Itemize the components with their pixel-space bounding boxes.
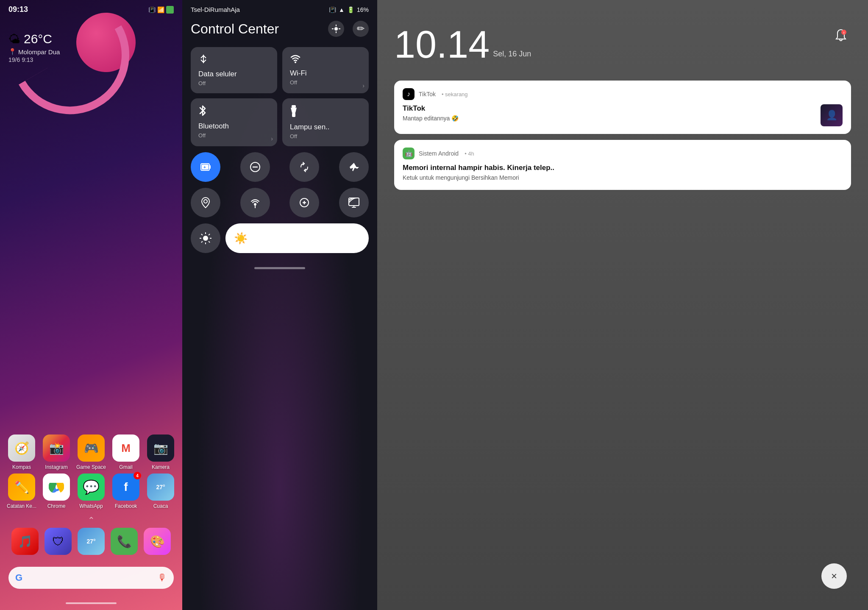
app-icon-cuaca: 27° (147, 474, 174, 501)
notif-card-tiktok-header: ♪ TikTok • sekarang (403, 88, 843, 100)
cc-signal-icon: ▲ (339, 6, 345, 13)
home-screen: 09:13 📳 📶 🌤 26°C 📍 Molompar Dua 19/6 9:1… (0, 0, 182, 610)
app-icon-gamespace: 🎮 (78, 435, 105, 462)
app-label-whatsapp: WhatsApp (79, 503, 103, 509)
tiktok-app-name: TikTok (419, 91, 436, 97)
control-center-panel: Tsel-DiRumahAja 📳 ▲ 🔋 16% Control Center (182, 0, 377, 610)
tiktok-time-ago: • sekarang (442, 91, 468, 97)
cc-btn-airplane[interactable] (339, 152, 369, 182)
home-time: 09:13 (8, 5, 28, 14)
cc-content: Control Center ✏ (182, 17, 377, 275)
app-label-notes: Catatan Ke... (7, 503, 36, 509)
cc-edit-icon[interactable]: ✏ (353, 21, 369, 37)
cc-quick-row-2 (191, 188, 369, 217)
data-seluler-status: Off (198, 80, 270, 86)
tiktok-thumb-image: 👤 (821, 104, 843, 126)
app-label-instagram: Instagram (45, 464, 67, 470)
cc-btn-cast[interactable] (339, 188, 369, 217)
cc-brightness-sun-icon: ☀️ (234, 232, 248, 245)
cc-brightness-slider[interactable]: ☀️ (225, 223, 369, 253)
tiktok-notif-title: TikTok (403, 104, 459, 113)
cc-battery-pct: 16% (357, 6, 369, 13)
svg-rect-12 (209, 165, 211, 169)
app-icon-facebook: f 4 (112, 474, 139, 501)
app-icon-notes: ✏️ (8, 474, 35, 501)
app-kamera[interactable]: 📷 Kamera (144, 435, 178, 470)
cc-btn-battery-saver[interactable]: + (191, 152, 220, 182)
svg-rect-9 (292, 105, 296, 108)
cc-toggle-flashlight[interactable]: Lampu sen.. Off (282, 98, 369, 146)
cc-toggle-data[interactable]: Data seluler Off (191, 47, 277, 93)
home-status-icons: 📳 📶 (148, 6, 174, 14)
weather-temp-row: 🌤 26°C (8, 32, 60, 46)
google-g-icon: G (15, 572, 22, 583)
notif-card-android[interactable]: 🤖 Sistem Android • 4h Memori internal ha… (394, 140, 851, 190)
home-indicator (66, 602, 117, 604)
svg-point-3 (334, 27, 338, 31)
dock-keepsafe[interactable]: 🛡 (45, 528, 72, 555)
dock-phone[interactable]: 📞 (111, 528, 138, 555)
cc-toggle-bluetooth[interactable]: Bluetooth Off › (191, 98, 277, 146)
notif-date: Sel, 16 Jun (493, 50, 531, 64)
dock-music[interactable]: 🎵 (11, 528, 39, 555)
notif-bell-button[interactable]: ! (831, 25, 851, 46)
cc-toggle-wifi[interactable]: Wi-Fi Off › (282, 47, 369, 93)
home-search-bar[interactable]: G 🎙 (8, 567, 174, 589)
google-mic-icon[interactable]: 🎙 (158, 572, 167, 583)
cc-carrier: Tsel-DiRumahAja (191, 6, 240, 13)
app-gmail[interactable]: M Gmail (109, 435, 143, 470)
cc-title-action-icons: ✏ (328, 21, 369, 37)
wifi-label: Wi-Fi (290, 69, 361, 78)
app-whatsapp[interactable]: 💬 WhatsApp (74, 474, 108, 509)
app-label-facebook: Facebook (115, 503, 137, 509)
svg-point-18 (254, 203, 256, 206)
app-gamespace[interactable]: 🎮 Game Space (74, 435, 108, 470)
apps-row-1: 🧭 Kompas 📸 Instagram 🎮 Game Space M Gmai… (4, 435, 178, 470)
app-chrome[interactable]: Chrome (39, 474, 73, 509)
flashlight-label: Lampu sen.. (290, 123, 361, 131)
tiktok-notif-body-row: TikTok Mantap editannya 🤣 👤 (403, 104, 843, 126)
apps-row-2: ✏️ Catatan Ke... Chrome (4, 474, 178, 509)
cc-btn-hotspot[interactable] (240, 188, 270, 217)
svg-line-29 (201, 234, 203, 235)
cc-vibrate-icon: 📳 (329, 6, 336, 13)
cc-btn-dnd[interactable] (240, 152, 270, 182)
cc-brightness-icon[interactable] (191, 223, 220, 253)
close-icon: × (831, 570, 837, 582)
svg-text:+: + (203, 165, 206, 170)
app-notes[interactable]: ✏️ Catatan Ke... (5, 474, 39, 509)
cc-btn-screen-rotate[interactable] (289, 152, 319, 182)
app-icon-gmail: M (112, 435, 139, 462)
dock-weather2[interactable]: 27° (78, 528, 105, 555)
home-apps-grid: 🧭 Kompas 📸 Instagram 🎮 Game Space M Gmai… (0, 435, 182, 513)
app-facebook[interactable]: f 4 Facebook (109, 474, 143, 509)
app-icon-whatsapp: 💬 (78, 474, 105, 501)
app-instagram[interactable]: 📸 Instagram (39, 435, 73, 470)
tiktok-notif-text: TikTok Mantap editannya 🤣 (403, 104, 459, 123)
app-kompas[interactable]: 🧭 Kompas (5, 435, 39, 470)
notif-big-time: 10.14 (394, 25, 490, 64)
app-cuaca[interactable]: 27° Cuaca (144, 474, 178, 509)
cc-battery-icon: 🔋 (347, 6, 354, 13)
notif-close-button[interactable]: × (821, 563, 847, 589)
cc-btn-location[interactable] (191, 188, 220, 217)
bluetooth-status: Off (198, 132, 270, 139)
home-weather-widget[interactable]: 🌤 26°C 📍 Molompar Dua 19/6 9:13 (8, 32, 60, 63)
cc-brightness-mode-icon[interactable] (328, 21, 344, 37)
dock-themes[interactable]: 🎨 (144, 528, 171, 555)
data-seluler-label: Data seluler (198, 70, 270, 78)
android-notif-body: Ketuk untuk mengunjungi Bersihkan Memori (403, 174, 843, 182)
cc-quick-row-1: + (191, 152, 369, 182)
notif-card-tiktok[interactable]: ♪ TikTok • sekarang TikTok Mantap editan… (394, 81, 851, 134)
data-seluler-icon (198, 54, 270, 67)
svg-rect-10 (292, 113, 295, 117)
home-status-bar: 09:13 📳 📶 (0, 0, 182, 14)
app-icon-chrome (43, 474, 70, 501)
android-app-icon: 🤖 (403, 148, 415, 159)
cc-btn-zoom[interactable] (289, 188, 319, 217)
app-icon-kompas: 🧭 (8, 435, 35, 462)
weather-icon: 🌤 (8, 32, 20, 46)
tiktok-notif-body: Mantap editannya 🤣 (403, 114, 459, 123)
tiktok-notif-thumbnail: 👤 (821, 104, 843, 126)
bluetooth-icon (198, 105, 270, 119)
